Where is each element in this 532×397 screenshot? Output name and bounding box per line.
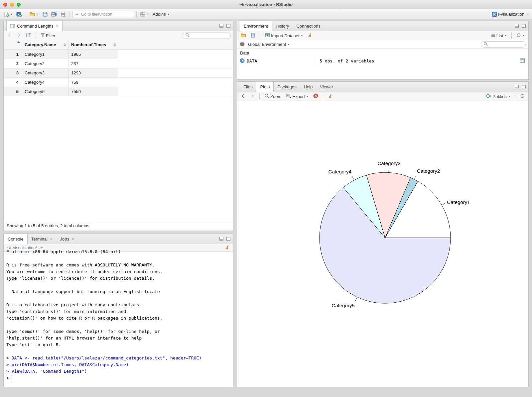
console-output-line: Type 'q()' to quit R. xyxy=(6,342,230,348)
cell-category-name: Category5 xyxy=(22,87,68,96)
refresh-icon xyxy=(516,33,521,39)
tab-viewer[interactable]: Viewer xyxy=(316,82,337,92)
console-output-line: Type 'demo()' for some demos, 'help()' f… xyxy=(6,328,230,335)
pie-label-Category4: Category4 xyxy=(329,169,351,174)
filter-button[interactable]: Filter xyxy=(39,32,57,39)
view-object-button[interactable] xyxy=(520,58,528,64)
chevron-down-icon xyxy=(147,14,149,15)
environment-object-row[interactable]: DATA 5 obs. of 2 variables xyxy=(237,57,528,65)
project-menu-button[interactable]: R r-visualization xyxy=(490,11,529,18)
tab-label: Console xyxy=(8,237,24,242)
console-input-line: > pie(DATA$Number.of.Times, DATA$Categor… xyxy=(6,361,230,368)
maximize-pane-icon[interactable] xyxy=(522,24,526,29)
console-body[interactable]: Platform: x86_64-apple-darwin15.6.0 (64-… xyxy=(4,248,233,381)
refresh-environment-button[interactable] xyxy=(515,32,526,39)
remove-plot-button[interactable] xyxy=(312,93,320,100)
minimize-pane-icon[interactable] xyxy=(515,24,519,29)
remove-plot-icon xyxy=(313,93,318,99)
zoom-plot-button[interactable]: Zoom xyxy=(263,93,283,100)
console-output-line: Platform: x86_64-apple-darwin15.6.0 (64-… xyxy=(6,248,230,255)
clear-all-plots-button[interactable] xyxy=(327,93,334,100)
forward-button[interactable] xyxy=(15,32,23,39)
new-project-icon: R xyxy=(16,12,22,17)
tab-environment[interactable]: Environment xyxy=(240,21,272,31)
window-title: ~/r-visualization - RStudio xyxy=(0,0,532,9)
publish-icon xyxy=(486,94,491,99)
refresh-plot-button[interactable] xyxy=(519,93,526,100)
pie-chart-svg: Category1Category2Category3Category4Cate… xyxy=(237,101,528,387)
row-number: 2 xyxy=(4,59,22,68)
tab-label: Command Lengths xyxy=(17,24,54,29)
toolbar-separator xyxy=(136,11,137,17)
save-button[interactable] xyxy=(41,11,49,17)
save-icon xyxy=(43,12,48,17)
load-workspace-button[interactable] xyxy=(239,32,247,39)
row-number-header[interactable] xyxy=(4,40,22,50)
tab-jobs[interactable]: Jobs × xyxy=(56,234,78,244)
print-icon xyxy=(61,12,66,17)
cell-category-name: Category4 xyxy=(22,78,68,87)
goto-file-input[interactable] xyxy=(80,12,133,17)
tab-plots[interactable]: Plots xyxy=(256,82,274,92)
tab-packages[interactable]: Packages xyxy=(274,82,300,92)
maximize-pane-icon[interactable] xyxy=(226,24,230,29)
minimize-pane-icon[interactable] xyxy=(219,24,223,29)
next-plot-button[interactable] xyxy=(249,93,256,100)
close-tab-icon[interactable]: × xyxy=(71,237,74,241)
tab-terminal[interactable]: Terminal × xyxy=(28,234,57,244)
new-project-button[interactable]: R xyxy=(15,11,23,18)
scope-label: Global Environment xyxy=(248,42,286,47)
environment-scope-button[interactable]: Global Environment xyxy=(247,41,291,48)
addins-label: Addins xyxy=(153,12,166,17)
list-view-button[interactable]: List xyxy=(490,33,508,39)
svg-text:R: R xyxy=(18,13,20,16)
console-tabbar: Console Terminal × Jobs × xyxy=(4,234,233,244)
chevron-down-icon xyxy=(505,35,507,36)
list-view-icon xyxy=(491,33,495,38)
main-toolbar: R Addins R r xyxy=(0,9,532,19)
tab-files[interactable]: Files xyxy=(240,82,256,92)
close-tab-icon[interactable]: × xyxy=(50,237,53,241)
minimize-pane-icon[interactable] xyxy=(219,237,223,242)
new-file-button[interactable] xyxy=(3,11,14,18)
column-header-number-of-times[interactable]: Number.of.Times xyxy=(68,40,118,50)
tab-console[interactable]: Console xyxy=(4,234,28,244)
maximize-pane-icon[interactable] xyxy=(522,84,526,89)
tab-label: Plots xyxy=(260,84,270,89)
column-header-category-name[interactable]: Category.Name xyxy=(22,40,68,50)
back-button[interactable] xyxy=(6,32,13,39)
promise-icon[interactable] xyxy=(240,58,245,64)
table-search-box xyxy=(183,33,231,39)
previous-plot-button[interactable] xyxy=(239,93,247,100)
save-workspace-button[interactable] xyxy=(249,32,257,39)
tab-label: Files xyxy=(243,84,252,89)
pie-label-Category2: Category2 xyxy=(417,168,440,174)
popout-button[interactable] xyxy=(25,32,32,39)
tab-connections[interactable]: Connections xyxy=(293,21,324,31)
save-all-button[interactable] xyxy=(50,11,58,18)
tab-history[interactable]: History xyxy=(272,21,293,31)
addins-button[interactable]: Addins xyxy=(151,11,171,17)
clear-console-button[interactable] xyxy=(225,245,230,251)
tab-command-lengths[interactable]: Command Lengths × xyxy=(6,21,63,31)
rstudio-window: ~/r-visualization - RStudio R xyxy=(0,0,532,397)
global-env-icon xyxy=(240,42,245,48)
print-button[interactable] xyxy=(59,11,67,18)
environment-tabbar: Environment History Connections xyxy=(237,21,528,31)
pane-layout-button[interactable] xyxy=(139,11,150,17)
export-plot-button[interactable]: Export xyxy=(285,93,310,100)
import-dataset-button[interactable]: Import Dataset xyxy=(264,32,304,39)
environment-search-input[interactable] xyxy=(489,42,522,47)
zoom-label: Zoom xyxy=(270,94,281,99)
maximize-pane-icon[interactable] xyxy=(226,237,230,242)
close-tab-icon[interactable]: × xyxy=(56,24,59,28)
open-file-button[interactable] xyxy=(28,11,40,17)
minimize-pane-icon[interactable] xyxy=(515,84,519,89)
console-output-line xyxy=(6,295,230,302)
table-search-input[interactable] xyxy=(191,33,228,38)
clear-environment-button[interactable] xyxy=(306,32,314,40)
publish-button[interactable]: Publish xyxy=(485,93,512,100)
cell-number-of-times: 1965 xyxy=(68,50,118,59)
sort-asc-icon xyxy=(17,41,20,43)
tab-help[interactable]: Help xyxy=(300,82,316,92)
